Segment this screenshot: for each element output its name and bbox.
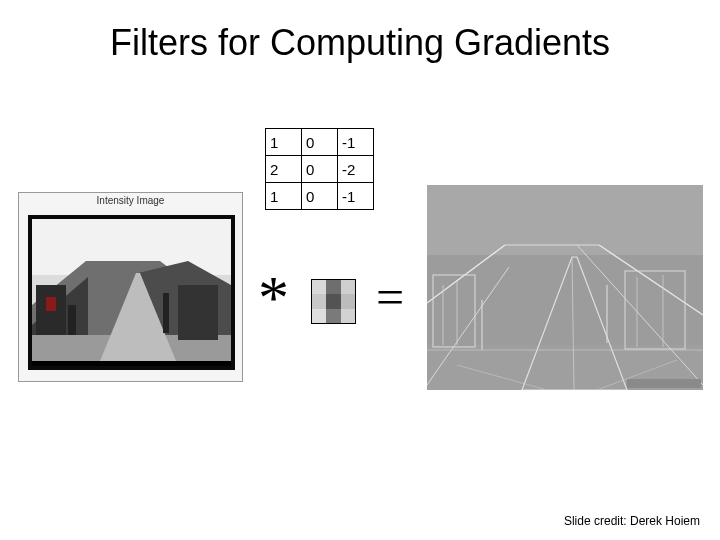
kernel-cell: 2 xyxy=(266,156,302,183)
svg-rect-9 xyxy=(46,297,56,311)
kernel-table: 1 0 -1 2 0 -2 1 0 -1 xyxy=(265,128,374,210)
mini-cell xyxy=(341,280,355,294)
output-image xyxy=(427,185,703,390)
svg-rect-12 xyxy=(163,293,169,333)
mini-cell xyxy=(326,294,340,308)
kernel-cell: 1 xyxy=(266,183,302,210)
mini-cell xyxy=(312,280,326,294)
kernel-cell: 0 xyxy=(302,183,338,210)
kernel-cell: -1 xyxy=(338,129,374,156)
slide-title: Filters for Computing Gradients xyxy=(0,22,720,64)
svg-text:.: . xyxy=(128,360,129,365)
mini-cell xyxy=(326,309,340,323)
mini-cell xyxy=(312,309,326,323)
svg-rect-13 xyxy=(32,361,231,366)
kernel-cell: -2 xyxy=(338,156,374,183)
mini-cell xyxy=(312,294,326,308)
svg-rect-11 xyxy=(68,305,76,335)
input-image-caption: Intensity Image xyxy=(19,195,242,206)
kernel-cell: 0 xyxy=(302,129,338,156)
kernel-cell: 1 xyxy=(266,129,302,156)
equals-symbol: = xyxy=(376,272,404,322)
mini-cell xyxy=(341,294,355,308)
kernel-cell: -1 xyxy=(338,183,374,210)
svg-rect-36 xyxy=(627,379,701,388)
svg-rect-10 xyxy=(178,285,218,340)
mini-cell xyxy=(341,309,355,323)
input-image: . xyxy=(28,215,235,370)
mini-kernel-icon xyxy=(311,279,356,324)
mini-cell xyxy=(326,280,340,294)
convolution-symbol: * xyxy=(258,266,289,328)
kernel-cell: 0 xyxy=(302,156,338,183)
input-image-panel: Intensity Image . xyxy=(18,192,243,382)
slide-credit: Slide credit: Derek Hoiem xyxy=(564,514,700,528)
